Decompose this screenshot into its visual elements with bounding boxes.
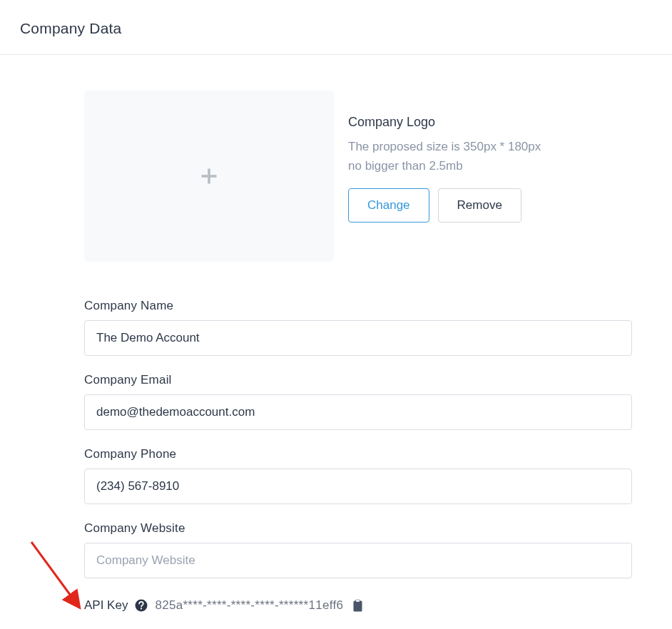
logo-desc-line2: no bigger than 2.5mb — [348, 159, 463, 173]
api-key-row: API Key 825a****-****-****-****-******11… — [84, 598, 632, 613]
remove-logo-button[interactable]: Remove — [438, 188, 521, 223]
company-phone-group: Company Phone — [84, 447, 632, 504]
logo-title: Company Logo — [348, 115, 632, 130]
company-name-label: Company Name — [84, 299, 632, 313]
svg-point-3 — [141, 608, 142, 609]
logo-desc-line1: The proposed size is 350px * 180px — [348, 140, 541, 153]
company-website-input[interactable] — [84, 543, 632, 578]
logo-buttons: Change Remove — [348, 188, 632, 223]
logo-upload-box[interactable] — [84, 91, 334, 262]
company-name-group: Company Name — [84, 299, 632, 356]
api-key-label: API Key — [84, 598, 128, 613]
svg-rect-4 — [354, 600, 362, 611]
page-header: Company Data — [0, 0, 672, 55]
help-icon[interactable] — [135, 599, 148, 612]
company-phone-input[interactable] — [84, 469, 632, 504]
company-email-group: Company Email — [84, 373, 632, 430]
company-email-input[interactable] — [84, 394, 632, 430]
logo-info: Company Logo The proposed size is 350px … — [348, 91, 632, 262]
logo-description: The proposed size is 350px * 180px no bi… — [348, 137, 632, 175]
company-website-group: Company Website — [84, 521, 632, 578]
company-phone-label: Company Phone — [84, 447, 632, 461]
company-name-input[interactable] — [84, 320, 632, 356]
company-email-label: Company Email — [84, 373, 632, 387]
svg-rect-6 — [356, 600, 360, 601]
clipboard-icon[interactable] — [352, 599, 364, 613]
plus-icon — [199, 166, 219, 186]
api-key-value: 825a****-****-****-****-******11eff6 — [155, 598, 343, 613]
content: Company Logo The proposed size is 350px … — [0, 55, 672, 613]
company-website-label: Company Website — [84, 521, 632, 536]
company-logo-section: Company Logo The proposed size is 350px … — [84, 91, 632, 262]
change-logo-button[interactable]: Change — [348, 188, 429, 223]
page-title: Company Data — [20, 20, 652, 37]
